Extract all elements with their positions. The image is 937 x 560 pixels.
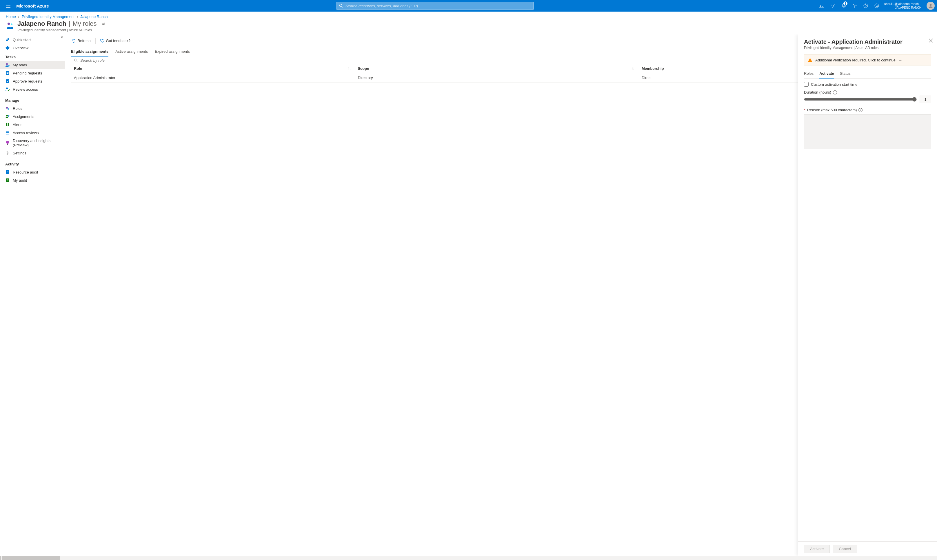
sidebar-item-label: Pending requests [13,71,42,75]
help-button[interactable] [860,0,871,12]
sidebar-item-my-audit[interactable]: My audit [0,176,65,184]
heart-icon [100,39,104,43]
panel-tabs: Roles Activate Status [804,69,931,78]
pin-button[interactable] [101,22,105,26]
assignments-icon [5,114,10,119]
sidebar-item-label: Overview [13,46,28,50]
sidebar-group-activity: Activity [0,159,65,168]
sidebar-item-discovery-insights[interactable]: Discovery and insights (Preview) [0,137,65,149]
sidebar-item-label: My audit [13,178,27,183]
breadcrumb-pim[interactable]: Privileged Identity Management [22,14,74,19]
account-email: shauliu@jalapeno-ranch... [884,2,922,6]
breadcrumb-home[interactable]: Home [6,14,16,19]
list-icon [5,130,10,135]
sidebar-item-access-reviews[interactable]: Access reviews [0,129,65,137]
activate-button[interactable]: Activate [804,545,830,553]
panel-subtitle: Privileged Identity Management | Azure A… [804,46,931,50]
hamburger-menu[interactable] [2,0,14,12]
reason-textarea[interactable] [804,114,931,149]
sidebar-item-resource-audit[interactable]: Resource audit [0,168,65,176]
lightbulb-icon [5,140,10,145]
account-tenant: JALAPENO RANCH [895,6,922,9]
rocket-icon [5,37,10,42]
cloud-shell-button[interactable] [817,0,827,12]
filter-icon [830,3,835,8]
brand-label[interactable]: Microsoft Azure [16,3,49,8]
svg-point-16 [6,63,8,65]
my-audit-icon [5,178,10,183]
got-feedback-button[interactable]: Got feedback? [100,37,131,44]
collapse-sidebar-button[interactable]: « [61,35,63,39]
azure-topbar: Microsoft Azure 1 shauliu@jalapeno-ranch… [0,0,937,12]
topbar-icons: 1 [817,0,882,12]
sidebar-item-settings[interactable]: Settings [0,149,65,157]
svg-point-22 [6,107,8,109]
page-title: Jalapeno Ranch [17,20,66,28]
horizontal-scrollbar[interactable] [0,556,937,560]
directory-filter-button[interactable] [828,0,838,12]
info-icon[interactable]: i [833,91,837,94]
duration-slider[interactable] [804,97,917,102]
notification-badge: 1 [843,2,848,6]
resource-icon [6,22,14,30]
svg-point-23 [8,108,9,110]
column-header-scope[interactable]: Scope ↑↓ [355,64,638,73]
sort-icon[interactable]: ↑↓ [631,66,635,71]
activate-panel: Activate - Application Administrator Pri… [798,34,937,556]
sidebar-item-my-roles[interactable]: My roles [0,61,65,69]
settings-button[interactable] [849,0,860,12]
feedback-button[interactable] [871,0,882,12]
panel-title: Activate - Application Administrator [804,38,931,45]
alert-icon [5,122,10,127]
account-block[interactable]: shauliu@jalapeno-ranch... JALAPENO RANCH [884,2,923,9]
panel-tab-status[interactable]: Status [840,69,851,78]
global-search-input[interactable] [345,4,531,8]
sidebar-item-overview[interactable]: Overview [0,44,65,52]
check-list-icon [5,79,10,83]
svg-point-3 [854,5,855,6]
svg-point-21 [6,88,8,89]
refresh-icon [72,39,76,43]
sidebar-item-roles[interactable]: Roles [0,104,65,112]
tab-eligible-assignments[interactable]: Eligible assignments [71,47,108,57]
sidebar-item-approve-requests[interactable]: Approve requests [0,77,65,85]
sidebar-item-label: Settings [13,151,26,155]
arrow-right-icon: → [898,58,902,62]
sidebar-group-tasks: Tasks [0,52,65,61]
breadcrumb: Home › Privileged Identity Management › … [0,12,937,20]
warning-icon [808,58,812,62]
svg-point-10 [11,23,12,25]
page-section: My roles [72,20,97,28]
svg-point-30 [74,59,77,61]
sidebar-item-pending-requests[interactable]: Pending requests [0,69,65,77]
custom-start-checkbox[interactable] [804,82,809,87]
svg-point-9 [8,23,10,25]
chevron-right-icon: › [77,14,78,19]
sidebar-item-quickstart[interactable]: Quick start [0,35,65,44]
verification-warning-bar[interactable]: Additional verification required. Click … [804,54,931,66]
global-search-wrap [56,2,814,10]
sidebar-item-review-access[interactable]: Review access [0,85,65,93]
tab-active-assignments[interactable]: Active assignments [116,47,148,57]
global-search[interactable] [336,2,533,10]
cloud-shell-icon [819,4,824,8]
panel-tab-roles[interactable]: Roles [804,69,814,78]
account-avatar[interactable] [926,2,935,10]
svg-point-6 [876,5,876,5]
sidebar-group-manage: Manage [0,95,65,104]
sort-icon[interactable]: ↑↓ [347,66,351,71]
tab-expired-assignments[interactable]: Expired assignments [155,47,190,57]
info-icon[interactable]: i [858,108,863,112]
notifications-button[interactable]: 1 [838,0,849,12]
panel-tab-activate[interactable]: Activate [819,69,834,78]
sidebar-item-assignments[interactable]: Assignments [0,112,65,120]
panel-close-button[interactable] [929,38,933,43]
cancel-button[interactable]: Cancel [833,545,857,553]
svg-rect-14 [10,28,11,28]
refresh-button[interactable]: Refresh [71,37,91,44]
breadcrumb-resource[interactable]: Jalapeno Ranch [80,14,108,19]
svg-point-0 [339,4,342,7]
sidebar-item-alerts[interactable]: Alerts [0,120,65,129]
reason-label: Reason (max 500 characters) [807,108,857,112]
column-header-role[interactable]: Role ↑↓ [71,64,355,73]
